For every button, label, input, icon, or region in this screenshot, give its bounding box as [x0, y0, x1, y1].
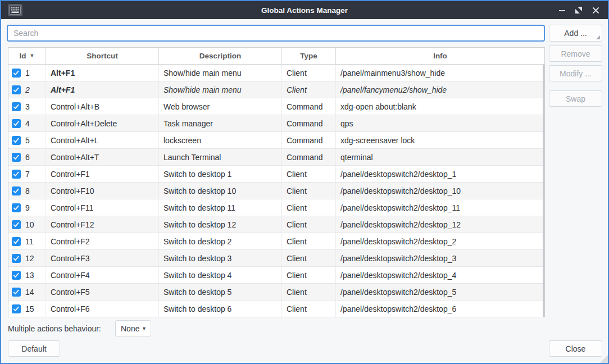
- default-button-label: Default: [21, 344, 46, 353]
- keyboard-app-icon: [8, 4, 22, 16]
- row-shortcut: Control+Alt+Delete: [46, 115, 159, 131]
- add-button[interactable]: Add ...: [549, 25, 602, 42]
- row-id-cell: 9: [8, 199, 46, 216]
- row-enabled-checkbox[interactable]: [12, 203, 21, 212]
- row-enabled-checkbox[interactable]: [12, 119, 21, 128]
- row-shortcut: Control+F4: [46, 267, 159, 283]
- row-info: qps: [336, 115, 544, 131]
- table-row[interactable]: 1Alt+F1Show/hide main menuClient/panel/m…: [8, 65, 544, 81]
- row-info: /panel/desktopswitch2/desktop_1: [336, 166, 544, 182]
- column-header-description[interactable]: Description: [159, 48, 282, 64]
- row-info: xdg-screensaver lock: [336, 132, 544, 148]
- row-shortcut: Alt+F1: [46, 81, 159, 98]
- row-shortcut: Control+F1: [46, 166, 159, 182]
- row-description: Show/hide main menu: [159, 81, 282, 98]
- row-id: 12: [25, 254, 34, 263]
- row-id: 15: [25, 304, 34, 313]
- row-id: 3: [25, 102, 30, 111]
- row-shortcut: Control+F3: [46, 250, 159, 266]
- table-row[interactable]: 11Control+F2Switch to desktop 2Client/pa…: [8, 233, 544, 250]
- multiple-actions-behaviour-label: Multiple actions behaviour:: [8, 320, 101, 336]
- row-type: Client: [282, 65, 336, 81]
- modify-button-label: Modify ...: [560, 69, 592, 78]
- table-row[interactable]: 5Control+Alt+LlockscreenCommandxdg-scree…: [8, 132, 544, 149]
- row-enabled-checkbox[interactable]: [12, 237, 21, 246]
- minimize-button[interactable]: [555, 3, 569, 17]
- row-description: Switch to desktop 3: [159, 250, 282, 266]
- minimize-icon: [559, 7, 565, 13]
- remove-button[interactable]: Remove: [549, 46, 602, 62]
- behaviour-combobox[interactable]: None ▼: [115, 320, 151, 336]
- row-info: qterminal: [336, 149, 544, 165]
- row-shortcut: Control+F6: [46, 301, 159, 317]
- row-id: 9: [25, 203, 30, 212]
- row-description: lockscreen: [159, 132, 282, 148]
- column-header-shortcut[interactable]: Shortcut: [46, 48, 159, 64]
- row-enabled-checkbox[interactable]: [12, 153, 21, 162]
- row-enabled-checkbox[interactable]: [12, 254, 21, 263]
- table-row[interactable]: 2Alt+F1Show/hide main menuClient/panel/f…: [8, 81, 544, 98]
- search-input[interactable]: [7, 25, 545, 42]
- row-info: /panel/desktopswitch2/desktop_3: [336, 250, 544, 266]
- add-button-label: Add ...: [564, 29, 587, 38]
- titlebar[interactable]: Global Actions Manager: [1, 1, 608, 19]
- row-shortcut: Control+F5: [46, 284, 159, 300]
- table-row[interactable]: 4Control+Alt+DeleteTask managerCommandqp…: [8, 115, 544, 132]
- table-row[interactable]: 12Control+F3Switch to desktop 3Client/pa…: [8, 250, 544, 267]
- row-id-cell: 2: [8, 81, 46, 98]
- row-id-cell: 3: [8, 98, 46, 115]
- column-header-shortcut-label: Shortcut: [87, 52, 118, 60]
- row-enabled-checkbox[interactable]: [12, 85, 21, 94]
- table-body: 1Alt+F1Show/hide main menuClient/panel/m…: [8, 65, 544, 317]
- check-icon: [13, 272, 20, 279]
- row-description: Launch Terminal: [159, 149, 282, 165]
- table-row[interactable]: 8Control+F10Switch to desktop 10Client/p…: [8, 183, 544, 199]
- row-enabled-checkbox[interactable]: [12, 288, 21, 297]
- check-icon: [13, 221, 20, 228]
- row-type: Command: [282, 149, 336, 165]
- row-enabled-checkbox[interactable]: [12, 136, 21, 145]
- row-enabled-checkbox[interactable]: [12, 186, 21, 195]
- row-id-cell: 15: [8, 301, 46, 317]
- add-menu-corner-icon: [596, 35, 600, 39]
- column-header-info[interactable]: Info: [336, 48, 544, 64]
- check-icon: [13, 289, 20, 295]
- row-type: Client: [282, 183, 336, 199]
- table-row[interactable]: 13Control+F4Switch to desktop 4Client/pa…: [8, 267, 544, 284]
- row-type: Client: [282, 81, 336, 98]
- swap-button[interactable]: Swap: [549, 90, 602, 107]
- table-row[interactable]: 10Control+F12Switch to desktop 12Client/…: [8, 216, 544, 233]
- row-id-cell: 1: [8, 65, 46, 81]
- row-enabled-checkbox[interactable]: [12, 220, 21, 229]
- table-row[interactable]: 6Control+Alt+TLaunch TerminalCommandqter…: [8, 149, 544, 166]
- table-row[interactable]: 3Control+Alt+BWeb browserCommandxdg-open…: [8, 98, 544, 115]
- check-icon: [13, 120, 20, 127]
- row-id-cell: 13: [8, 267, 46, 283]
- row-enabled-checkbox[interactable]: [12, 170, 21, 179]
- row-enabled-checkbox[interactable]: [12, 69, 21, 78]
- row-enabled-checkbox[interactable]: [12, 304, 21, 313]
- row-id: 10: [25, 220, 34, 229]
- column-header-id[interactable]: Id ▼: [8, 48, 46, 64]
- table-vertical-scrollbar[interactable]: [543, 65, 544, 317]
- global-actions-manager-window: Global Actions Manager Add ..: [0, 0, 609, 364]
- row-id-cell: 11: [8, 233, 46, 249]
- restore-button[interactable]: [572, 3, 585, 17]
- row-id: 6: [25, 153, 30, 162]
- table-row[interactable]: 14Control+F5Switch to desktop 5Client/pa…: [8, 284, 544, 301]
- close-dialog-button[interactable]: Close: [549, 340, 602, 357]
- table-row[interactable]: 9Control+F11Switch to desktop 11Client/p…: [8, 199, 544, 216]
- column-header-type[interactable]: Type: [282, 48, 336, 64]
- row-type: Client: [282, 250, 336, 266]
- default-button[interactable]: Default: [8, 340, 60, 357]
- row-description: Switch to desktop 12: [159, 216, 282, 233]
- modify-button[interactable]: Modify ...: [549, 65, 602, 81]
- table-row[interactable]: 15Control+F6Switch to desktop 6Client/pa…: [8, 301, 544, 317]
- row-enabled-checkbox[interactable]: [12, 271, 21, 280]
- row-enabled-checkbox[interactable]: [12, 102, 21, 111]
- check-icon: [13, 70, 20, 76]
- close-button[interactable]: [589, 3, 602, 17]
- row-id-cell: 12: [8, 250, 46, 266]
- check-icon: [13, 171, 20, 178]
- table-row[interactable]: 7Control+F1Switch to desktop 1Client/pan…: [8, 166, 544, 183]
